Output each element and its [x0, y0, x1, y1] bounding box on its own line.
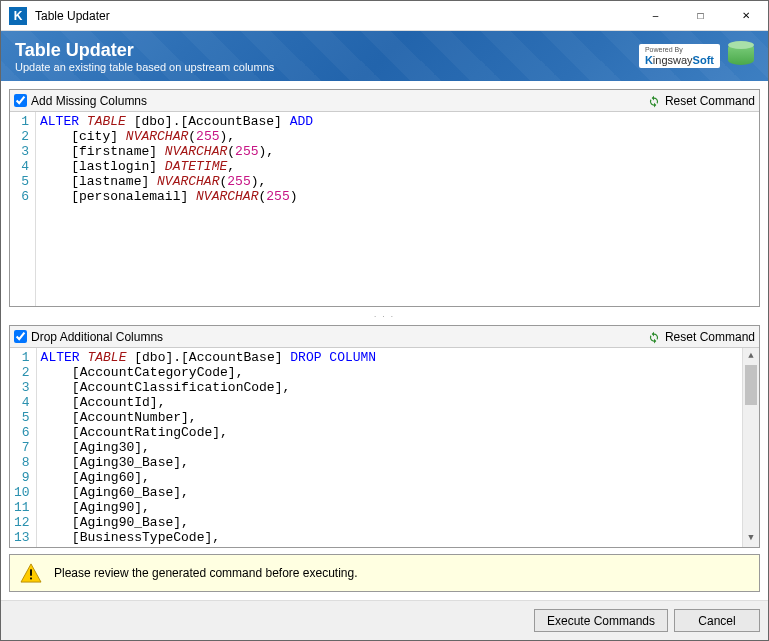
vertical-scrollbar[interactable]: ▲ ▼ [742, 348, 759, 547]
warning-icon [20, 563, 42, 583]
refresh-icon [647, 94, 661, 108]
header-banner: Table Updater Update an existing table b… [1, 31, 768, 81]
drop-additional-columns-checkbox[interactable]: Drop Additional Columns [14, 330, 647, 344]
reset-command-drop-button[interactable]: Reset Command [647, 330, 755, 344]
kingswaysoft-logo: Powered By KingswaySoft [639, 44, 720, 68]
header-title: Table Updater [15, 40, 274, 61]
splitter-handle[interactable]: · · · [9, 313, 760, 319]
app-icon: K [9, 7, 27, 25]
refresh-icon [647, 330, 661, 344]
scroll-up-icon[interactable]: ▲ [743, 348, 759, 365]
svg-rect-1 [30, 578, 32, 580]
header-subtitle: Update an existing table based on upstre… [15, 61, 274, 73]
add-sql-editor[interactable]: 1 2 3 4 5 6 ALTER TABLE [dbo].[AccountBa… [10, 112, 759, 306]
window-title: Table Updater [35, 9, 633, 23]
scroll-thumb[interactable] [745, 365, 757, 405]
minimize-button[interactable]: – [633, 1, 678, 30]
reset-command-add-button[interactable]: Reset Command [647, 94, 755, 108]
warning-banner: Please review the generated command befo… [9, 554, 760, 592]
close-button[interactable]: ✕ [723, 1, 768, 30]
dialog-footer: Execute Commands Cancel [1, 600, 768, 640]
database-icon [728, 41, 754, 71]
scroll-down-icon[interactable]: ▼ [743, 530, 759, 547]
titlebar: K Table Updater – □ ✕ [1, 1, 768, 31]
drop-additional-columns-panel: Drop Additional Columns Reset Command 1 … [9, 325, 760, 548]
warning-text: Please review the generated command befo… [54, 566, 358, 580]
add-missing-columns-checkbox[interactable]: Add Missing Columns [14, 94, 647, 108]
maximize-button[interactable]: □ [678, 1, 723, 30]
execute-button[interactable]: Execute Commands [534, 609, 668, 632]
svg-rect-0 [30, 569, 32, 575]
cancel-button[interactable]: Cancel [674, 609, 760, 632]
add-missing-columns-panel: Add Missing Columns Reset Command 1 2 3 … [9, 89, 760, 307]
drop-sql-editor[interactable]: 1 2 3 4 5 6 7 8 9 10 11 12 13 ALTER TABL… [10, 348, 759, 547]
